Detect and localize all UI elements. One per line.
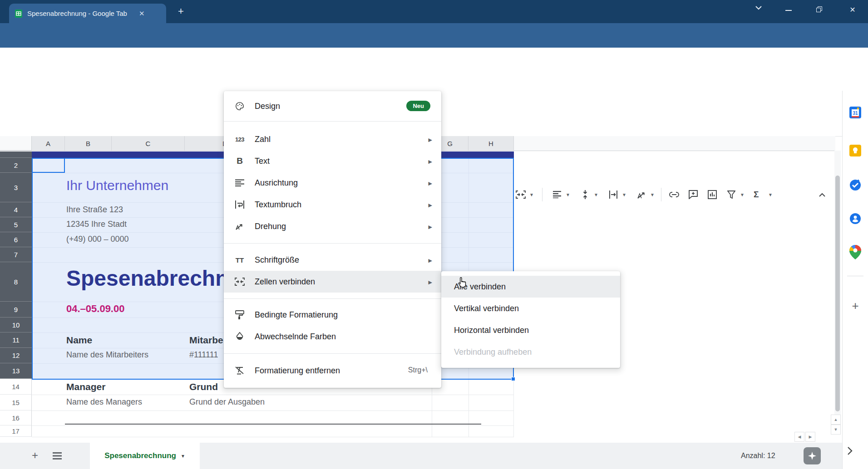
neu-badge: Neu	[406, 101, 430, 111]
count-summary[interactable]: Anzahl: 12	[741, 452, 775, 460]
menu-item-ausrichtung[interactable]: Ausrichtung ▶	[224, 172, 441, 194]
submenu-arrow-icon: ▶	[429, 137, 432, 143]
submenu-item-horizontal-verbinden[interactable]: Horizontal verbinden	[441, 319, 620, 341]
submenu-item-vertikal-verbinden[interactable]: Vertikal verbinden	[441, 298, 620, 319]
filter-caret-icon[interactable]: ▼	[740, 192, 745, 197]
keep-icon[interactable]	[847, 142, 863, 159]
scroll-down-button[interactable]: ▼	[831, 425, 841, 435]
tab-close-icon[interactable]: ✕	[139, 10, 145, 18]
scrollbar-thumb[interactable]	[835, 176, 840, 411]
column-header-b[interactable]: B	[65, 136, 112, 151]
merge-cells-icon[interactable]	[514, 188, 528, 201]
row-header[interactable]: 7	[0, 247, 32, 262]
row-header[interactable]: 9	[0, 302, 32, 318]
format-menu: Design Neu 123 Zahl ▶ B Text ▶ Ausrichtu…	[224, 91, 441, 388]
text-wrap-caret-icon[interactable]: ▼	[622, 192, 626, 197]
row-header[interactable]: 12	[0, 348, 32, 363]
filter-icon[interactable]	[725, 188, 738, 201]
menu-item-formatierung-entfernen[interactable]: Formatierung entfernen Strg+\	[224, 360, 441, 381]
row-header[interactable]: 16	[0, 410, 32, 425]
restore-button[interactable]	[816, 6, 829, 12]
add-sheet-icon[interactable]: +	[32, 449, 38, 462]
submenu-item-alle-verbinden[interactable]: Alle verbinden	[441, 276, 620, 298]
functions-caret-icon[interactable]: ▼	[768, 192, 773, 197]
menu-item-drehung[interactable]: Drehung ▶	[224, 215, 441, 237]
active-cell-a2[interactable]	[32, 158, 65, 173]
row-header[interactable]: 2	[0, 158, 32, 173]
new-tab-button[interactable]: +	[178, 5, 184, 17]
vertical-align-icon[interactable]	[578, 188, 592, 201]
fill-handle[interactable]	[511, 377, 515, 381]
row-header-1[interactable]	[0, 151, 32, 158]
contacts-icon[interactable]	[847, 210, 863, 227]
close-window-button[interactable]: ✕	[846, 5, 859, 14]
menu-item-zahl[interactable]: 123 Zahl ▶	[224, 128, 441, 150]
explore-button[interactable]	[804, 447, 821, 464]
collapse-side-panel-icon[interactable]	[847, 446, 853, 455]
row-header[interactable]: 15	[0, 395, 32, 410]
row-header[interactable]: 3	[0, 173, 32, 202]
clear-format-icon	[234, 365, 246, 376]
insert-chart-icon[interactable]	[705, 188, 719, 201]
select-all-corner[interactable]	[0, 136, 32, 151]
menu-item-design[interactable]: Design Neu	[224, 95, 441, 117]
maps-icon[interactable]	[847, 244, 863, 260]
template-divider-line	[65, 424, 481, 425]
menu-item-abwechselnde-farben[interactable]: Abwechselnde Farben	[224, 326, 441, 347]
browser-tab[interactable]: Spesenabrechnung - Google Tab ✕	[9, 4, 166, 23]
insert-comment-icon[interactable]	[686, 188, 700, 201]
horizontal-align-caret-icon[interactable]: ▼	[566, 192, 570, 197]
row-header[interactable]: 17	[0, 425, 32, 437]
vertical-scrollbar[interactable]	[834, 151, 841, 432]
sheet-tab-caret-icon[interactable]: ▼	[181, 454, 185, 459]
text-rotation-caret-icon[interactable]: ▼	[650, 192, 655, 197]
menu-item-textumbruch[interactable]: Textumbruch ▶	[224, 194, 441, 215]
scroll-right-button[interactable]: ▶	[805, 432, 815, 442]
merge-submenu: Alle verbinden Vertikal verbinden Horizo…	[441, 271, 620, 368]
wrap-icon	[234, 199, 246, 210]
column-header-c[interactable]: C	[112, 136, 185, 151]
submenu-arrow-icon: ▶	[429, 181, 432, 186]
scroll-up-button[interactable]: ▲	[831, 415, 841, 425]
minimize-button[interactable]	[785, 10, 798, 11]
row-header[interactable]: 13	[0, 363, 32, 379]
sheets-favicon	[15, 10, 23, 18]
merge-caret-icon[interactable]: ▼	[529, 192, 534, 197]
cell-value-manager: Name des Managers	[66, 397, 142, 407]
cell-company: Ihr Unternehmen	[66, 178, 168, 193]
cell-label-reason: Grund	[189, 381, 218, 392]
submenu-arrow-icon: ▶	[429, 202, 432, 208]
insert-link-icon[interactable]	[667, 188, 681, 201]
text-wrap-icon[interactable]	[607, 188, 620, 201]
row-header[interactable]: 11	[0, 332, 32, 348]
row-header[interactable]: 6	[0, 232, 32, 247]
row-header[interactable]: 10	[0, 318, 32, 332]
row-header[interactable]: 14	[0, 379, 32, 395]
tab-search-icon[interactable]	[755, 5, 768, 10]
row-header[interactable]: 8	[0, 262, 32, 302]
column-header-h[interactable]: H	[469, 136, 514, 151]
collapse-toolbar-icon[interactable]	[815, 188, 829, 201]
functions-sigma-button[interactable]: Σ	[754, 190, 759, 200]
cell-value-reason: Grund der Ausgaben	[189, 397, 265, 407]
add-addon-icon[interactable]: +	[847, 298, 863, 314]
menu-item-text[interactable]: B Text ▶	[224, 150, 441, 172]
shortcut-label: Strg+\	[408, 366, 428, 374]
scroll-left-button[interactable]: ◀	[794, 432, 804, 442]
conditional-format-icon	[234, 309, 246, 321]
submenu-arrow-icon: ▶	[429, 159, 432, 165]
all-sheets-icon[interactable]	[53, 452, 62, 459]
vertical-align-caret-icon[interactable]: ▼	[594, 192, 598, 197]
text-rotation-icon[interactable]	[635, 188, 648, 201]
row-header[interactable]: 4	[0, 202, 32, 217]
active-sheet-tab[interactable]: Spesenabrechnung ▼	[90, 443, 200, 469]
calendar-icon[interactable]: 31	[847, 104, 863, 121]
menu-item-bedingte-formatierung[interactable]: Bedingte Formatierung	[224, 304, 441, 326]
menu-item-zellen-verbinden[interactable]: Zellen verbinden ▶	[224, 271, 441, 293]
column-header-a[interactable]: A	[32, 136, 65, 151]
row-header[interactable]: 5	[0, 217, 32, 232]
tasks-icon[interactable]	[847, 177, 863, 193]
menu-item-schriftgroesse[interactable]: TT Schriftgröße ▶	[224, 249, 441, 271]
cell-value-employee-id: #111111	[189, 350, 218, 360]
horizontal-align-icon[interactable]	[550, 188, 564, 201]
